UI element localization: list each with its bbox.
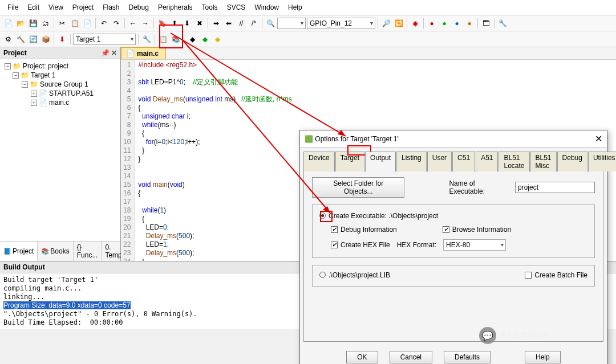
- build-icon[interactable]: 🔨: [15, 34, 26, 45]
- uncomment-icon[interactable]: /*: [248, 18, 260, 29]
- menu-edit[interactable]: Edit: [23, 2, 44, 13]
- pin-icon[interactable]: 📌 ✕: [101, 49, 117, 57]
- browse-info-check[interactable]: ✔Browse Information: [443, 226, 511, 234]
- help-button[interactable]: Help: [525, 351, 561, 363]
- project-panel-title: Project 📌 ✕: [0, 47, 120, 59]
- menu-file[interactable]: File: [3, 2, 23, 13]
- dialog-tab-c51[interactable]: C51: [452, 152, 475, 171]
- hex-format-combo[interactable]: HEX-80: [443, 239, 506, 251]
- translate-icon[interactable]: ⚙: [2, 34, 14, 45]
- nav-fwd-icon[interactable]: →: [140, 18, 151, 29]
- options-icon[interactable]: 🔧: [141, 34, 152, 45]
- hex-format-label: HEX Format:: [397, 241, 436, 249]
- target-combo[interactable]: Target 1: [73, 34, 136, 45]
- select-folder-button[interactable]: Select Folder for Objects...: [312, 177, 404, 198]
- tab-functions[interactable]: {} Func...: [74, 242, 102, 261]
- options-dialog: 🟩 Options for Target 'Target 1' ✕ Device…: [299, 130, 607, 364]
- remove-icon[interactable]: ●: [439, 18, 450, 29]
- download-icon[interactable]: ⬇: [56, 34, 68, 45]
- menu-flash[interactable]: Flash: [98, 2, 124, 13]
- bookmark-icon[interactable]: 🔖: [156, 18, 168, 29]
- dialog-tab-utilities[interactable]: Utilities: [588, 152, 616, 171]
- undo-icon[interactable]: ↶: [98, 18, 110, 29]
- cut-icon[interactable]: ✂: [56, 18, 68, 29]
- new-icon[interactable]: 📄: [2, 18, 14, 29]
- define-combo[interactable]: GPIO_Pin_12: [307, 18, 375, 29]
- editor-tab-main[interactable]: 📄 main.c: [121, 47, 166, 59]
- dialog-tab-output[interactable]: Output: [365, 152, 396, 171]
- manage-icon[interactable]: 📋: [157, 34, 169, 45]
- menu-window[interactable]: Window: [250, 2, 283, 13]
- buildall-icon[interactable]: 📦: [40, 34, 51, 45]
- dialog-page-output: Select Folder for Objects... Name of Exe…: [303, 171, 603, 342]
- find-icon[interactable]: 🔍: [265, 18, 276, 29]
- create-batch-check[interactable]: Create Batch File: [525, 271, 587, 279]
- project-panel-tabs: 📘 Project 📚 Books {} Func... 0. Temp...: [0, 241, 120, 261]
- tab-project[interactable]: 📘 Project: [0, 242, 38, 261]
- toolbar-build: ⚙ 🔨 🔄 📦 ⬇ Target 1 🔧 📋 📚 ◆ ◆ ◆: [0, 31, 616, 47]
- nav-back-icon[interactable]: ←: [127, 18, 139, 29]
- bookmark-next-icon[interactable]: ⬇: [181, 18, 193, 29]
- defaults-button[interactable]: Defaults: [444, 351, 491, 363]
- close-icon[interactable]: ✕: [595, 133, 602, 144]
- debug-info-check[interactable]: ✔Debug Information: [331, 226, 397, 234]
- cancel-button[interactable]: Cancel: [390, 351, 432, 363]
- create-hex-check[interactable]: ✔Create HEX File: [331, 241, 390, 249]
- books-icon[interactable]: 📚: [170, 34, 181, 45]
- copy-icon[interactable]: 📋: [69, 18, 80, 29]
- menu-tools[interactable]: Tools: [197, 2, 222, 13]
- toolbar-main: 📄 📂 💾 🗂 ✂ 📋 📄 ↶ ↷ ← → 🔖 ⬆ ⬇ ✖ ➡ ⬅ // /* …: [0, 15, 616, 31]
- dialog-tab-user[interactable]: User: [427, 152, 452, 171]
- insert-icon[interactable]: ●: [426, 18, 437, 29]
- tab-books[interactable]: 📚 Books: [38, 242, 73, 261]
- outdent-icon[interactable]: ⬅: [223, 18, 234, 29]
- menu-svcs[interactable]: SVCS: [222, 2, 250, 13]
- redo-icon[interactable]: ↷: [111, 18, 122, 29]
- dialog-tab-bl51-misc[interactable]: BL51 Misc: [530, 152, 557, 171]
- window-icon[interactable]: 🗔: [480, 18, 492, 29]
- project-panel: Project 📌 ✕ −📁 Project: project −📁 Targe…: [0, 47, 121, 261]
- menu-help[interactable]: Help: [283, 2, 307, 13]
- paste-icon[interactable]: 📄: [82, 18, 93, 29]
- disable-icon[interactable]: ●: [451, 18, 463, 29]
- rebuild-icon[interactable]: 🔄: [27, 34, 39, 45]
- name-exe-input[interactable]: [515, 182, 595, 193]
- bookmark-clear-icon[interactable]: ✖: [194, 18, 205, 29]
- dialog-tab-debug[interactable]: Debug: [557, 152, 587, 171]
- dialog-titlebar: 🟩 Options for Target 'Target 1' ✕: [300, 130, 607, 148]
- name-exe-label: Name of Executable:: [449, 179, 505, 195]
- find-combo[interactable]: [277, 18, 306, 29]
- bookmark-prev-icon[interactable]: ⬆: [169, 18, 180, 29]
- killall-icon[interactable]: ●: [464, 18, 475, 29]
- dialog-tab-bl51-locate[interactable]: BL51 Locate: [499, 152, 529, 171]
- batch-icon[interactable]: ◆: [212, 34, 223, 45]
- create-lib-radio[interactable]: .\Objects\project.LIB: [319, 271, 390, 279]
- dialog-tabs: DeviceTargetOutputListingUserC51A51BL51 …: [300, 148, 607, 171]
- filext-icon[interactable]: ◆: [187, 34, 198, 45]
- create-exe-radio[interactable]: Create Executable: .\Objects\project: [319, 212, 438, 220]
- indent-icon[interactable]: ➡: [210, 18, 222, 29]
- open-icon[interactable]: 📂: [15, 18, 26, 29]
- project-tree[interactable]: −📁 Project: project −📁 Target 1 −📁 Sourc…: [0, 59, 120, 241]
- menu-project[interactable]: Project: [68, 2, 98, 13]
- dialog-tab-a51[interactable]: A51: [476, 152, 498, 171]
- dialog-tab-target[interactable]: Target: [335, 152, 364, 171]
- save-icon[interactable]: 💾: [27, 18, 39, 29]
- dialog-tab-device[interactable]: Device: [303, 152, 335, 171]
- findall-icon[interactable]: 🔎: [380, 18, 392, 29]
- menu-bar: FileEditViewProjectFlashDebugPeripherals…: [0, 0, 616, 15]
- line-gutter: 1 2 3 4 5 6 7 8 9 10 11 12 13 14 15 16 1…: [121, 60, 135, 261]
- debug-icon[interactable]: ◉: [410, 18, 421, 29]
- replace-icon[interactable]: 🔁: [393, 18, 404, 29]
- ok-button[interactable]: OK: [346, 351, 378, 363]
- dialog-buttons: OK Cancel Defaults Help: [300, 345, 607, 364]
- comment-icon[interactable]: //: [236, 18, 247, 29]
- config-icon[interactable]: 🔧: [497, 18, 508, 29]
- menu-peripherals[interactable]: Peripherals: [153, 2, 197, 13]
- dialog-tab-listing[interactable]: Listing: [396, 152, 427, 171]
- menu-debug[interactable]: Debug: [124, 2, 153, 13]
- rte-icon[interactable]: ◆: [199, 34, 210, 45]
- menu-view[interactable]: View: [44, 2, 68, 13]
- saveall-icon[interactable]: 🗂: [40, 18, 51, 29]
- code-area[interactable]: #include <reg52.h> sbit LED=P1^0; //定义引脚…: [135, 60, 295, 261]
